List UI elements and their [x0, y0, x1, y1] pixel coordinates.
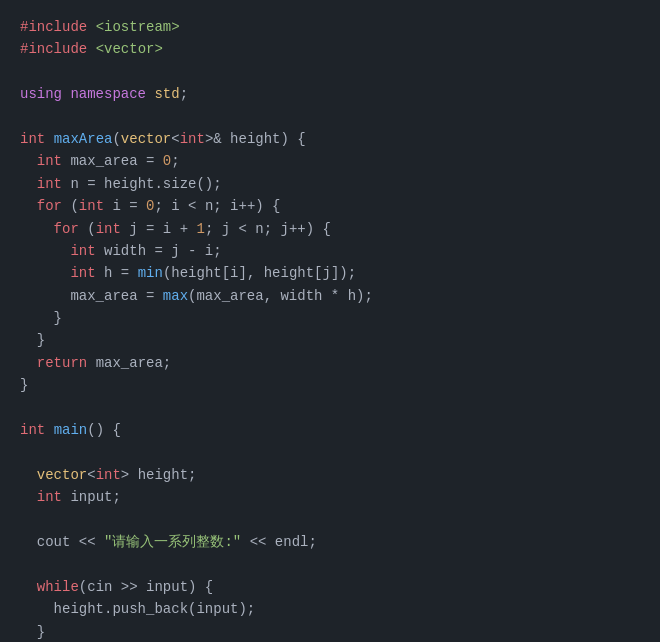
code-line-28: } — [20, 621, 640, 642]
code-line-17: } — [20, 374, 640, 396]
code-line-10: for (int j = i + 1; j < n; j++) { — [20, 218, 640, 240]
code-line-19: int main() { — [20, 419, 640, 441]
code-line-5 — [20, 106, 640, 128]
code-line-2: #include <vector> — [20, 38, 640, 60]
code-line-13: max_area = max(max_area, width * h); — [20, 285, 640, 307]
code-line-14: } — [20, 307, 640, 329]
code-line-26: while(cin >> input) { — [20, 576, 640, 598]
code-line-6: int maxArea(vector<int>& height) { — [20, 128, 640, 150]
code-editor: #include <iostream> #include <vector> us… — [0, 0, 660, 642]
code-line-3 — [20, 61, 640, 83]
code-line-25 — [20, 553, 640, 575]
code-line-9: for (int i = 0; i < n; i++) { — [20, 195, 640, 217]
code-line-1: #include <iostream> — [20, 16, 640, 38]
code-line-7: int max_area = 0; — [20, 150, 640, 172]
code-line-21: vector<int> height; — [20, 464, 640, 486]
code-line-22: int input; — [20, 486, 640, 508]
code-line-16: return max_area; — [20, 352, 640, 374]
code-line-4: using namespace std; — [20, 83, 640, 105]
code-line-15: } — [20, 329, 640, 351]
code-line-8: int n = height.size(); — [20, 173, 640, 195]
code-line-11: int width = j - i; — [20, 240, 640, 262]
code-line-27: height.push_back(input); — [20, 598, 640, 620]
code-line-18 — [20, 397, 640, 419]
code-line-12: int h = min(height[i], height[j]); — [20, 262, 640, 284]
code-line-24: cout << "请输入一系列整数:" << endl; — [20, 531, 640, 553]
code-line-23 — [20, 509, 640, 531]
code-line-20 — [20, 441, 640, 463]
